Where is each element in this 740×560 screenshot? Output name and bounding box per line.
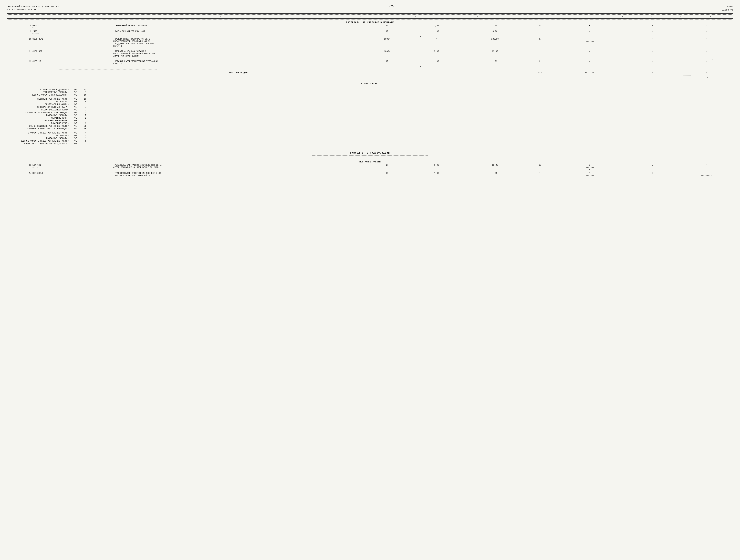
summary-value: 5 xyxy=(80,140,86,142)
summary-value: 19 xyxy=(80,98,86,100)
item-code: 62-03 П1 2 xyxy=(32,24,113,29)
item-q2: 0,06 xyxy=(464,30,527,35)
col-h6: 6 xyxy=(450,15,504,18)
summary-line: ВСЕГО,СТОИМОСТЬ ОБЩЕСТРОИТЕЛЬНЫХ РАБОТ *… xyxy=(7,140,733,142)
total-row: ВСЕГО ПО РАЗДЕЛУ 1 РУБ 46 16 7 1 xyxy=(7,71,733,75)
item-desc: -ПРОВОДА С МЕДНЫМИ ЖИЛАМИ С ПОЛИЭТИЛЕНОВ… xyxy=(113,50,365,58)
item-c10: • --------- xyxy=(679,172,733,177)
summary-label: СТОИМОСТЬ МАТЕРИАЛОВ И КОНСТРУКЦИЯ * xyxy=(7,111,71,114)
total-dot: • xyxy=(7,79,682,81)
summary-line: ОСНОВНАЯ ЗАРАБОТНАЯ ПЛАТА - РУБ 7 xyxy=(7,106,733,108)
total-spacer2 xyxy=(32,71,113,75)
summary-currency: РУБ xyxy=(71,128,80,130)
summary-label: МАТЕРИАЛЫ - xyxy=(7,134,71,137)
table-row: 11 С152-489 -ПРОВОДА С МЕДНЫМИ ЖИЛАМИ С … xyxy=(7,50,733,58)
total-c7: 46 16 xyxy=(553,71,625,75)
item-q1: 1,00 xyxy=(409,60,463,65)
total-col4: 1 xyxy=(365,71,409,75)
montazh-title: МОНТАЖНЫЕ РАБОТЫ xyxy=(7,159,733,164)
item-c8: 9 -------- 5 xyxy=(553,164,625,171)
summary-currency: РУБ xyxy=(71,103,80,106)
item-desc: -ТРАНСФОРМАТОР АБОНЕНТСКИЙ МОЩНОСТЬЮ ДО … xyxy=(113,172,365,177)
item-num: 10 xyxy=(7,38,32,48)
spacer xyxy=(7,97,733,98)
header-docnum: 21484-05 xyxy=(722,8,733,12)
summary-group-equipment: СТОИМОСТЬ ОБОРУДОВАНИЯ - РУБ 15 ТРАНСПОР… xyxy=(7,88,733,96)
total-currency: РУБ xyxy=(527,71,553,75)
items-table: 8 62-03 П1 2 -ТЕЛЕФОННЫЙ АППАРАТ ТА-68АТ… xyxy=(7,24,733,68)
summary-label: ТРАНСПОРТНЫЕ РАСХОДЫ - xyxy=(7,91,71,94)
summary-currency: РУБ xyxy=(71,91,80,94)
summary-currency: РУБ xyxy=(71,132,80,134)
item-code: 2405 П5-096 xyxy=(32,30,113,35)
item-c10: • xyxy=(679,30,733,35)
item-num: 12 xyxy=(7,60,32,65)
item-c8: - -------- xyxy=(553,50,625,58)
item-c8: • -------- xyxy=(553,30,625,35)
summary-label: ВСЕГО ЗАРАБОТНАЯ ПЛАТА- xyxy=(7,109,71,111)
total-spacer3 xyxy=(409,71,463,75)
dot-row: • . xyxy=(7,58,733,60)
summary-group-construction: СТОИМОСТЬ ОБЩЕСТРОИТЕЛЬНЫХ РАБОТ - РУБ 4… xyxy=(7,132,733,145)
col-h4: 4 xyxy=(341,15,381,18)
summary-line: МАТЕРИАЛЫ - РУБ 5 xyxy=(7,101,733,103)
summary-value: 5 xyxy=(80,101,86,103)
summary-group-installation: СТОИМОСТЬ МОНТАЖНЫХ РАБОТ - РУБ 19 МАТЕР… xyxy=(7,98,733,130)
total-spacer4 xyxy=(464,71,527,75)
item-c7: 16 xyxy=(527,164,553,171)
item-code: С152-489 xyxy=(32,50,113,58)
summary-label: ВСЕГО,СТОИМОСТЬ ОБОРУДАСВАНИЯ - xyxy=(7,94,71,96)
item-c10: - --------- xyxy=(679,24,733,29)
spacer xyxy=(7,147,733,150)
summary-line: ЭКСПЛУАТАЦИЯ МАШИН - РУБ 1 xyxy=(7,103,733,106)
item-unit: 1000М xyxy=(365,50,409,58)
item-code: С155-17 xyxy=(32,60,113,65)
summary-line: СТОИМОСТЬ ОБЩЕСТРОИТЕЛЬНЫХ РАБОТ - РУБ 4 xyxy=(7,132,733,134)
summary-label: ПЛАНОВЫЕ НУЧП - xyxy=(7,122,71,125)
summary-line: СТОИМОСТЬ МОНТАЖНЫХ РАБОТ - РУБ 19 xyxy=(7,98,733,100)
col-h3: 3 xyxy=(110,15,330,18)
item-unit: ШТ xyxy=(365,60,409,65)
item-unit: ШТ xyxy=(365,172,409,177)
summary-label: СТОИМОСТЬ МОНТАЖНЫХ РАБОТ - xyxy=(7,98,71,100)
item-c10: • xyxy=(679,50,733,58)
item-c9: 1 xyxy=(625,172,679,177)
summary-value: 4 xyxy=(80,132,86,134)
summary-label: МАТЕРИАЛЫ - xyxy=(7,101,71,103)
item-c8: - -------- xyxy=(553,38,625,48)
summary-label: НАКЛАДНЫЕ НУЧП - xyxy=(7,117,71,119)
item-num: 9 xyxy=(7,30,32,35)
item-q2: 1,03 xyxy=(464,60,527,65)
summary-line: ВСЕГО,СТОИМОСТЬ ОБОРУДАСВАНИЯ - РУБ 16 xyxy=(7,94,733,96)
summary-value: 15 xyxy=(80,128,86,130)
summary-currency: РУБ xyxy=(71,109,80,111)
summary-section: СТОИМОСТЬ ОБОРУДОВАНИЯ - РУБ 15 ТРАНСПОР… xyxy=(7,86,733,147)
summary-value: 1 xyxy=(80,137,86,139)
item-desc: -КОРОБКА РАСПРЕДЕЛИТЕЛЬНАЯ ТЕЛЕФОННАЯ КР… xyxy=(113,60,365,65)
header-right: 85371 21484-05 xyxy=(722,5,733,12)
spacer xyxy=(7,130,733,131)
item-unit: 1000М xyxy=(365,38,409,48)
table-row: 13 Е34-641 124-1 -УСТАНОВКА ДЛЯ РАДИОТРА… xyxy=(7,164,733,171)
item-c9: • xyxy=(625,30,679,35)
item-q2: 15,96 xyxy=(464,164,527,171)
summary-currency: РУБ xyxy=(71,122,80,125)
summary-currency: РУБ xyxy=(71,140,80,142)
item-q2: 1,49 xyxy=(464,172,527,177)
col-h9: 9 xyxy=(628,15,675,18)
header-doc-ref: Т.П.Р.218-1-0353.86 А.VI xyxy=(7,8,62,11)
item-c8: 2 -------- xyxy=(553,172,625,177)
summary-label: НАКЛАДНЫЕ РАСХОДЫ - xyxy=(7,137,71,139)
summary-currency: РУБ xyxy=(71,101,80,103)
summary-currency: РУБ xyxy=(71,137,80,139)
summary-value: 7 xyxy=(80,109,86,111)
summary-value: 2 xyxy=(80,117,86,119)
item-c7: 15 xyxy=(527,24,553,29)
summary-value: 15 xyxy=(80,88,86,91)
summary-line: НАКЛАДНЫЕ РАСХОДЫ - РУБ 5 xyxy=(7,114,733,116)
summary-value: 16 xyxy=(80,94,86,96)
item-desc: -МУФТА ДЛЯ КАБЕЛЯ ЕЧК.10Х2 xyxy=(113,30,365,35)
summary-label: СТОИМОСТЬ ОБОРУДОВАНИЯ - xyxy=(7,88,71,91)
total-c8-val: 16 xyxy=(591,72,594,74)
col-h4b: 1 xyxy=(381,15,392,18)
